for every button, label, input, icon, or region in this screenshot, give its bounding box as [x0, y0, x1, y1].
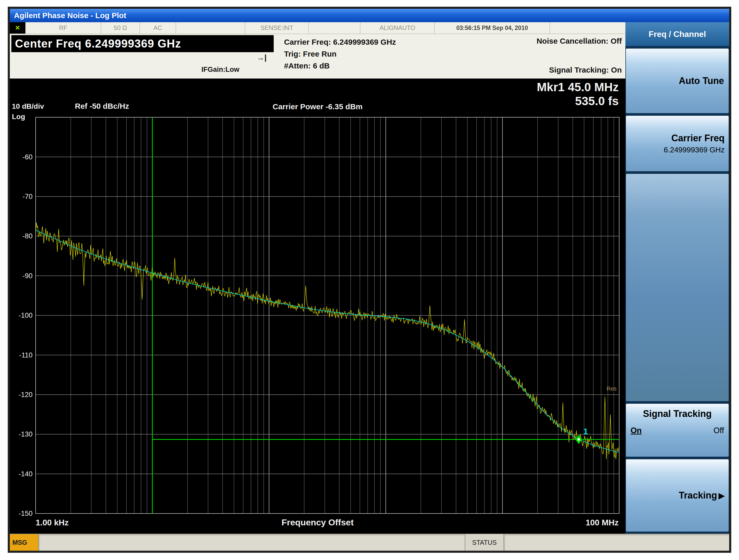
ref-level-label: Ref -50 dBc/Hz [75, 102, 129, 111]
trigger-arrow-icon: →| [257, 53, 267, 62]
y-tick-label: -60 [22, 153, 32, 161]
auto-tune-button[interactable]: Auto Tune [626, 48, 729, 113]
measurement-readouts: Carrier Freq: 6.249999369 GHz Trig: Free… [284, 36, 396, 72]
annunciator-spacer [309, 22, 360, 33]
menu-header: Freq / Channel [625, 22, 729, 46]
status-field [504, 534, 729, 551]
signal-tracking-button-label: Signal Tracking [630, 408, 724, 419]
carrier-freq-readout: Carrier Freq: 6.249999369 GHz [284, 36, 396, 48]
annunciator-impedance: 50 Ω [101, 22, 140, 33]
annunciator-rf: RF [26, 22, 101, 33]
marker-readout-freq: Mkr1 45.0 MHz [537, 80, 619, 94]
annunciator-coupling: AC [140, 22, 176, 33]
trace-raw [36, 223, 619, 459]
signal-tracking-off-option[interactable]: Off [713, 426, 724, 435]
active-function-display: Center Freq 6.249999369 GHz [11, 35, 274, 52]
carrier-freq-button-label: Carrier Freq [672, 133, 725, 144]
carrier-freq-button[interactable]: Carrier Freq 6.249999369 GHz [626, 116, 729, 171]
display-column: ✕ RF 50 Ω AC SENSE:INT ALIGNAUTO 03:56:1… [10, 22, 625, 534]
softkey-menu: Freq / Channel Auto Tune Carrier Freq 6.… [625, 22, 729, 534]
plot-area: -60-70-80-90-100-110-120-130-140-1501Res… [10, 79, 625, 534]
x-axis-start-label: 1.00 kHz [36, 518, 69, 528]
status-label: STATUS [465, 534, 504, 551]
y-tick-label: -150 [19, 510, 32, 517]
trace-smoothed [36, 230, 619, 452]
carrier-freq-button-value: 6.249999369 GHz [664, 146, 725, 154]
x-axis-title: Frequency Offset [281, 517, 354, 528]
atten-readout: #Atten: 6 dB [284, 60, 396, 72]
y-tick-label: -120 [19, 391, 32, 399]
res-annotation: Res [607, 385, 617, 392]
marker-readout-value: 535.0 fs [575, 94, 619, 108]
marker-1-label: 1 [583, 427, 588, 436]
ifgain-label: IFGain:Low [201, 65, 239, 74]
signal-tracking-button[interactable]: Signal Tracking On Off [626, 404, 729, 457]
signal-tracking-readout: Signal Tracking: On [549, 65, 622, 75]
annunciator-spacer [176, 22, 245, 33]
y-tick-label: -110 [19, 351, 32, 359]
x-axis-end-label: 100 MHz [586, 518, 619, 528]
y-tick-label: -130 [19, 430, 32, 438]
lxi-status-icon: ✕ [10, 22, 26, 33]
marker-1-dot [577, 438, 580, 441]
message-field [39, 534, 465, 551]
log-scale-label: Log [12, 113, 25, 121]
scale-label: 10 dB/div [12, 102, 44, 111]
tracking-button-label: Tracking [679, 490, 717, 501]
status-bar: MSG STATUS [10, 534, 729, 551]
app-window: Agilent Phase Noise - Log Plot ✕ RF 50 Ω… [8, 7, 731, 553]
annunciator-bar: ✕ RF 50 Ω AC SENSE:INT ALIGNAUTO 03:56:1… [10, 22, 625, 34]
y-tick-label: -70 [22, 193, 32, 200]
datetime-display: 03:56:15 PM Sep 04, 2010 [435, 22, 550, 33]
y-tick-label: -90 [22, 272, 32, 280]
measurement-bar: Center Freq 6.249999369 GHz IFGain:Low →… [10, 34, 625, 79]
tracking-button[interactable]: Tracking ▶ [626, 459, 729, 532]
window-title: Agilent Phase Noise - Log Plot [14, 11, 126, 20]
annunciator-spacer [550, 22, 625, 33]
trigger-readout: Trig: Free Run [284, 48, 396, 60]
phase-noise-chart: -60-70-80-90-100-110-120-130-140-1501Res [10, 79, 625, 534]
signal-tracking-on-option[interactable]: On [630, 426, 642, 435]
carrier-power-label: Carrier Power -6.35 dBm [273, 102, 362, 111]
title-bar: Agilent Phase Noise - Log Plot [10, 9, 729, 22]
y-tick-label: -100 [19, 311, 32, 319]
annunciator-sense: SENSE:INT [245, 22, 309, 33]
msg-indicator: MSG [10, 534, 39, 551]
noise-cancellation-readout: Noise Cancellation: Off [537, 37, 622, 45]
y-tick-label: -80 [22, 232, 32, 240]
blank-softkey [626, 174, 729, 401]
submenu-arrow-icon: ▶ [719, 491, 725, 500]
main-content: ✕ RF 50 Ω AC SENSE:INT ALIGNAUTO 03:56:1… [10, 22, 729, 534]
y-tick-label: -140 [19, 470, 32, 478]
annunciator-align: ALIGNAUTO [360, 22, 435, 33]
auto-tune-label: Auto Tune [679, 76, 724, 86]
